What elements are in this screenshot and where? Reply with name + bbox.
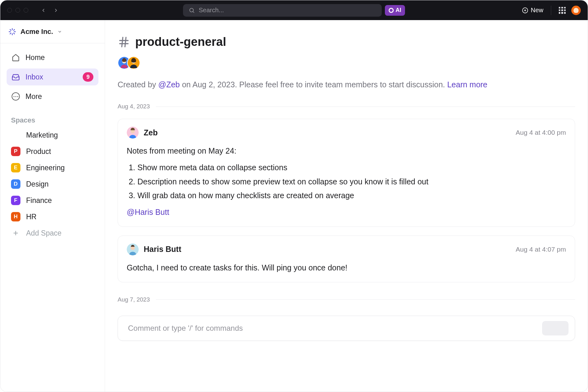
workspace-name: Acme Inc. [20,28,53,36]
channel-name: product-general [135,35,226,49]
titlebar-center: Search... AI [183,4,405,17]
ai-button[interactable]: AI [385,5,405,16]
apps-menu-icon[interactable] [559,7,566,14]
channel-header: product-general [118,35,575,49]
message-timestamp: Aug 4 at 4:07 pm [516,246,566,253]
svg-line-7 [10,29,11,30]
nav-back-icon[interactable] [41,8,46,13]
chevron-down-icon [58,30,62,34]
close-window-icon[interactable] [7,8,12,13]
space-badge-icon: H [11,212,20,221]
nav-forward-icon[interactable] [53,8,58,13]
ai-label: AI [396,7,401,14]
date-label: Aug 7, 2023 [118,296,150,303]
sidebar: Acme Inc. Home Inbox 9 More Spaces [0,20,105,392]
add-space-button[interactable]: + Add Space [0,225,105,241]
spaces-list: D Marketing P Product E Engineering D De… [0,127,105,225]
hash-icon [118,36,130,48]
divider-line [156,299,575,300]
composer-send-button[interactable] [542,321,569,335]
inbox-icon [12,73,20,81]
message-timestamp: Aug 4 at 4:00 pm [516,129,566,136]
message-mention[interactable]: @Haris Butt [127,206,566,218]
svg-line-15 [122,37,123,47]
profile-avatar[interactable] [571,6,581,15]
composer-input[interactable] [128,324,542,333]
msg1-list: Show more meta data on collapse sections… [137,161,566,202]
divider-line [156,106,575,107]
message-header: Haris Butt Aug 4 at 4:07 pm [127,243,566,255]
window-controls [7,8,28,13]
space-label: Engineering [26,164,65,172]
channel-description: Created by @Zeb on Aug 2, 2023. Please f… [118,80,575,89]
nav-home[interactable]: Home [7,49,98,66]
desc-mid: on Aug 2, 2023. Please feel free to invi… [180,80,447,89]
inbox-unread-badge: 9 [83,72,93,82]
learn-more-link[interactable]: Learn more [447,80,487,89]
titlebar-right: New [522,6,581,15]
global-search[interactable]: Search... [183,4,382,17]
channel-members[interactable] [118,56,575,69]
msg2-body: Gotcha, I need to create tasks for this.… [127,263,347,272]
plus-circle-icon [522,7,528,14]
composer [118,316,575,341]
space-engineering[interactable]: E Engineering [0,160,105,176]
list-item: Will grab data on how many checklists ar… [137,189,566,202]
desc-creator-mention[interactable]: @Zeb [158,80,180,89]
space-marketing[interactable]: D Marketing [0,127,105,143]
date-label: Aug 4, 2023 [118,103,150,110]
svg-point-0 [190,8,193,12]
message-header: Zeb Aug 4 at 4:00 pm [127,127,566,139]
nav-inbox[interactable]: Inbox 9 [7,68,98,85]
svg-line-8 [14,33,14,34]
history-nav [41,8,58,13]
message-author: Zeb [144,128,158,137]
msg1-intro: Notes from meeting on May 24: [127,145,566,157]
spaces-header: Spaces [0,108,105,127]
space-hr[interactable]: H HR [0,209,105,225]
space-badge-icon: P [11,147,20,156]
nav-home-label: Home [25,53,45,62]
svg-line-11 [10,33,11,34]
maximize-window-icon[interactable] [24,8,28,13]
svg-line-12 [14,29,14,30]
search-placeholder: Search... [199,7,224,14]
message-card: Haris Butt Aug 4 at 4:07 pm Gotcha, I ne… [118,236,575,282]
main-content: product-general Created by @Zeb on Aug 2… [105,20,588,392]
home-icon [12,53,20,62]
member-avatar [127,56,140,69]
message-author: Haris Butt [144,245,181,254]
new-button[interactable]: New [522,7,543,14]
nav-more-label: More [25,92,42,101]
plus-icon: + [11,228,20,238]
space-label: Design [26,180,49,188]
titlebar-divider [551,6,551,15]
nav-more[interactable]: More [7,88,98,105]
more-icon [12,92,20,101]
space-finance[interactable]: F Finance [0,192,105,209]
space-label: HR [26,213,36,221]
ai-icon [389,8,394,13]
space-badge-icon: F [11,196,20,205]
space-badge-icon: D [11,179,20,189]
list-item: Description needs to show some preview t… [137,176,566,188]
date-divider: Aug 4, 2023 [118,103,575,110]
space-design[interactable]: D Design [0,176,105,192]
date-divider: Aug 7, 2023 [118,296,575,303]
message-body: Gotcha, I need to create tasks for this.… [127,262,566,274]
workspace-logo-icon [8,28,16,35]
search-icon [189,7,195,14]
add-space-label: Add Space [26,229,62,237]
minimize-window-icon[interactable] [15,8,20,13]
space-badge-icon: D [11,130,20,140]
space-badge-icon: E [11,163,20,172]
list-item: Show more meta data on collapse sections [137,161,566,174]
message-body: Notes from meeting on May 24: Show more … [127,145,566,218]
workspace-switcher[interactable]: Acme Inc. [0,20,105,43]
space-label: Marketing [26,131,58,139]
primary-nav: Home Inbox 9 More [0,43,105,108]
svg-line-16 [125,37,126,47]
svg-line-1 [193,11,194,13]
space-product[interactable]: P Product [0,143,105,160]
space-label: Product [26,147,51,156]
